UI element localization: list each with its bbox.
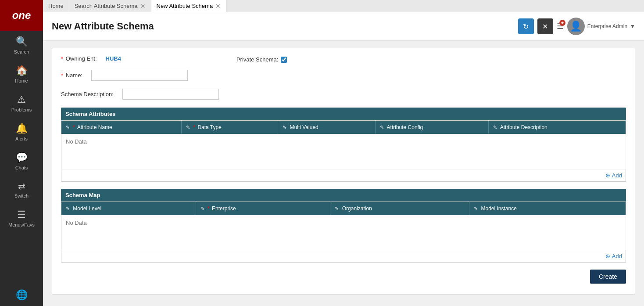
plus-icon: ⊕ [605, 172, 610, 179]
switch-icon: ⇄ [18, 181, 25, 191]
schema-attributes-header: Schema Attributes [61, 108, 626, 120]
sidebar-item-label: Chats [15, 165, 28, 170]
col-enterprise: ✎ * Enterprise [196, 202, 330, 215]
footer-actions: Create [61, 270, 626, 284]
chat-icon: 💬 [16, 152, 28, 163]
user-info[interactable]: 👤 Enterprise Admin ▼ [567, 18, 635, 35]
tab-label: Home [48, 3, 64, 9]
owning-ent-label: * Owning Ent: [61, 55, 97, 62]
schema-desc-row: Schema Description: [61, 89, 219, 100]
col-attr-name: ✎ * Attribute Name [61, 121, 182, 134]
edit-icon: ✎ [474, 206, 478, 212]
tab-label: Search Attribute Schema [75, 3, 138, 9]
warning-icon: ⚠ [17, 94, 26, 105]
col-multi-valued: ✎ Multi Valued [278, 121, 376, 134]
refresh-icon: ↻ [523, 22, 529, 31]
schema-map-add-row: ⊕ Add [61, 250, 626, 263]
tab-home[interactable]: Home [43, 0, 69, 12]
sidebar-item-home[interactable]: 🏠 Home [0, 60, 43, 89]
sidebar-item-label: Menus/Favs [8, 222, 35, 227]
owning-ent-value: HUB4 [106, 55, 121, 62]
sidebar-item-menus[interactable]: ☰ Menus/Favs [0, 204, 43, 233]
refresh-button[interactable]: ↻ [518, 18, 534, 34]
close-icon: ✕ [542, 22, 548, 31]
schema-attr-add-button[interactable]: ⊕ Add [605, 172, 622, 179]
menu-icon: ☰ [17, 209, 26, 220]
col-organization: ✎ Organization [330, 202, 469, 215]
edit-icon: ✎ [186, 125, 190, 130]
schema-desc-label: Schema Description: [61, 91, 114, 97]
required-marker: * [61, 72, 63, 79]
sidebar-item-label: Home [15, 78, 28, 83]
col-attr-config: ✎ Attribute Config [375, 121, 488, 134]
sidebar-item-alerts[interactable]: 🔔 Alerts [0, 118, 43, 147]
no-data-cell: No Data [61, 215, 626, 250]
search-icon: 🔍 [16, 36, 28, 47]
dropdown-arrow-icon: ▼ [630, 23, 635, 29]
bell-icon: 🔔 [16, 123, 28, 134]
user-name: Enterprise Admin [587, 23, 627, 29]
sidebar-item-label: Search [14, 49, 29, 54]
schema-map-table: ✎ Model Level ✎ * Enterprise ✎ Organizat… [61, 202, 626, 251]
page-header: New Attribute Schema ↻ ✕ ☰ ★ 👤 Enterpris… [43, 12, 644, 41]
tab-bar: Home Search Attribute Schema ✕ New Attri… [43, 0, 644, 12]
sidebar-item-problems[interactable]: ⚠ Problems [0, 89, 43, 118]
notification-badge: ★ [559, 20, 565, 26]
sidebar-item-chats[interactable]: 💬 Chats [0, 147, 43, 176]
edit-icon: ✎ [493, 125, 497, 130]
tab-new-attribute-schema[interactable]: New Attribute Schema ✕ [151, 0, 227, 12]
name-input[interactable] [91, 70, 188, 81]
globe-icon: 🌐 [16, 289, 28, 301]
edit-icon: ✎ [283, 125, 286, 130]
col-model-level: ✎ Model Level [61, 202, 196, 215]
app-logo[interactable]: one [0, 0, 43, 31]
home-icon: 🏠 [16, 65, 28, 76]
edit-icon: ✎ [200, 206, 204, 212]
private-schema-section: Private Schema: [236, 56, 287, 63]
owning-ent-row: * Owning Ent: HUB4 [61, 55, 219, 62]
edit-icon: ✎ [66, 125, 70, 130]
schema-map-add-button[interactable]: ⊕ Add [605, 253, 622, 259]
main-area: Home Search Attribute Schema ✕ New Attri… [43, 0, 644, 306]
schema-attributes-table: ✎ * Attribute Name ✎ * Data Type ✎ [61, 120, 626, 169]
avatar: 👤 [567, 18, 585, 35]
col-attr-desc: ✎ Attribute Description [489, 121, 626, 134]
plus-icon: ⊕ [605, 253, 610, 259]
tab-close-icon[interactable]: ✕ [140, 3, 146, 9]
edit-icon: ✎ [335, 206, 339, 212]
required-marker: * [61, 55, 63, 62]
private-schema-label[interactable]: Private Schema: [236, 56, 287, 63]
page-title: New Attribute Schema [52, 21, 154, 32]
sidebar-item-label: Problems [11, 107, 32, 112]
notification-bell[interactable]: ☰ ★ [557, 22, 564, 31]
sidebar-item-globe[interactable]: 🌐 [0, 284, 43, 306]
no-data-cell: No Data [61, 134, 626, 169]
schema-map-section: Schema Map ✎ Model Level ✎ * Ente [61, 189, 626, 263]
private-schema-checkbox[interactable] [281, 57, 287, 63]
create-button[interactable]: Create [590, 270, 626, 284]
schema-attr-add-row: ⊕ Add [61, 169, 626, 182]
schema-desc-input[interactable] [122, 89, 219, 100]
tab-label: New Attribute Schema [157, 3, 213, 9]
col-data-type: ✎ * Data Type [182, 121, 278, 134]
sidebar-item-label: Switch [14, 193, 29, 198]
sidebar-item-switch[interactable]: ⇄ Switch [0, 176, 43, 204]
edit-icon: ✎ [380, 125, 384, 130]
sidebar-item-search[interactable]: 🔍 Search [0, 31, 43, 60]
form-card: * Owning Ent: HUB4 * Name: Schema Desc [52, 48, 635, 295]
content-area: * Owning Ent: HUB4 * Name: Schema Desc [43, 41, 644, 306]
tab-close-icon[interactable]: ✕ [215, 3, 221, 9]
avatar-placeholder: 👤 [570, 21, 582, 32]
schema-attributes-section: Schema Attributes ✎ * Attribute Name ✎ [61, 108, 626, 182]
name-label: * Name: [61, 72, 82, 79]
schema-map-no-data: No Data [61, 215, 626, 250]
name-row: * Name: [61, 70, 219, 81]
close-button[interactable]: ✕ [537, 18, 553, 34]
header-actions: ↻ ✕ ☰ ★ 👤 Enterprise Admin ▼ [518, 18, 635, 35]
schema-map-header: Schema Map [61, 189, 626, 202]
schema-attr-no-data: No Data [61, 134, 626, 169]
sidebar: one 🔍 Search 🏠 Home ⚠ Problems 🔔 Alerts … [0, 0, 43, 306]
tab-search-attribute-schema[interactable]: Search Attribute Schema ✕ [69, 0, 151, 12]
edit-icon: ✎ [66, 206, 70, 212]
col-model-instance: ✎ Model Instance [469, 202, 626, 215]
